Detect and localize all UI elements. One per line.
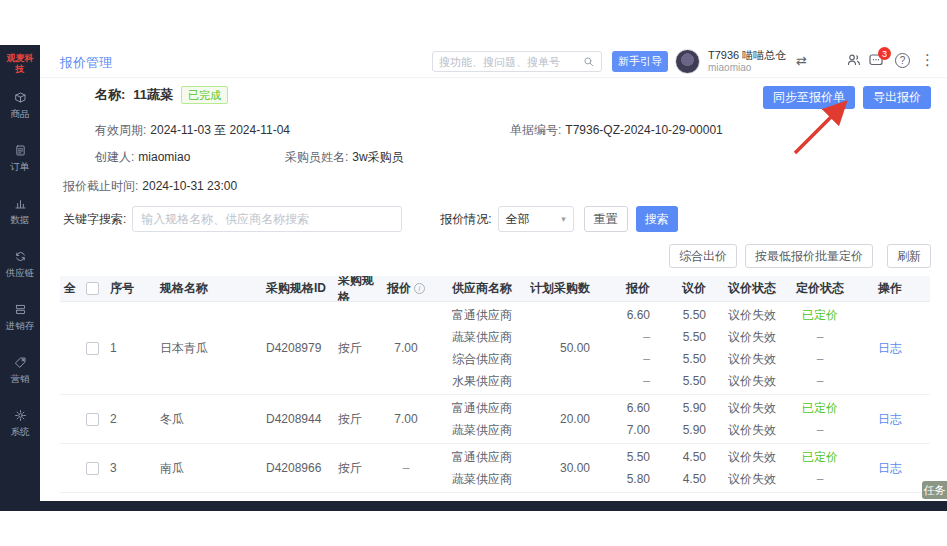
- supplier-name: 富通供应商: [452, 397, 530, 419]
- th-supplier: 供应商名称: [430, 276, 530, 301]
- th-actions: 操作: [850, 276, 930, 301]
- purchase-spec: 按斤: [330, 446, 382, 490]
- table-row: 2 冬瓜 D4208944 按斤 7.00 富通供应商 蔬菜供应商 20.00 …: [60, 395, 930, 444]
- th-price: 报价: [606, 276, 658, 301]
- header-actions: 同步至报价单 导出报价: [763, 86, 931, 109]
- sidebar-item-data[interactable]: 数据: [0, 197, 40, 227]
- message-icon[interactable]: 3: [868, 52, 884, 72]
- row-checkbox[interactable]: [86, 342, 99, 355]
- row-index: 1: [104, 304, 146, 392]
- supplier-list: 富通供应商 蔬菜供应商: [430, 446, 530, 490]
- price-status-list: 已定价 –: [790, 397, 850, 441]
- contacts-icon[interactable]: [846, 52, 862, 72]
- quote-value: –: [382, 446, 430, 490]
- table-toolbar: 综合出价 按最低报价批量定价 刷新: [669, 244, 931, 268]
- chevron-down-icon: ▾: [561, 214, 566, 224]
- th-nego-status: 议价状态: [714, 276, 790, 301]
- info-icon[interactable]: i: [414, 283, 425, 294]
- brand-logo: 观麦科技: [3, 53, 37, 75]
- user-name: T7936 喵喵总仓: [708, 49, 786, 61]
- lowest-price-batch-button[interactable]: 按最低报价批量定价: [745, 244, 873, 268]
- quote-table: 全 序号 规格名称 采购规格ID 采购规格 报价 i 供应商名称 计划采购数 报…: [60, 276, 930, 493]
- nego-list: 5.50 5.50 5.50 5.50: [658, 304, 714, 392]
- sidebar-item-goods[interactable]: 商品: [0, 91, 40, 121]
- task-tab[interactable]: 任务: [922, 481, 947, 499]
- spec-name: 日本青瓜: [146, 304, 260, 392]
- field-doc-no: 单据编号:T7936-QZ-2024-10-29-00001: [510, 122, 723, 139]
- main-content: 名称: 11蔬菜 已完成 同步至报价单 导出报价 有效周期:2024-11-03…: [40, 78, 947, 501]
- refresh-button[interactable]: 刷新: [887, 244, 931, 268]
- box-icon: [13, 91, 28, 104]
- row-index: 2: [104, 397, 146, 441]
- log-link[interactable]: 日志: [878, 460, 902, 477]
- export-quote-button[interactable]: 导出报价: [863, 86, 931, 109]
- global-search-input[interactable]: [439, 56, 583, 68]
- switch-account-icon[interactable]: ⇄: [796, 53, 807, 68]
- purchase-spec: 按斤: [330, 397, 382, 441]
- search-button[interactable]: 搜索: [636, 206, 678, 232]
- row-checkbox[interactable]: [86, 462, 99, 475]
- price-status: 已定价: [790, 397, 850, 419]
- bottom-bar: [0, 501, 947, 511]
- name-value: 11蔬菜: [133, 86, 173, 104]
- nego-status-list: 议价失效 议价失效: [714, 446, 790, 490]
- price-status: –: [790, 348, 850, 370]
- supplier-name: 富通供应商: [452, 446, 530, 468]
- plan-qty: 30.00: [530, 446, 606, 490]
- quote-status-label: 报价情况:: [440, 211, 491, 228]
- reset-button[interactable]: 重置: [584, 206, 628, 232]
- avatar[interactable]: [675, 49, 700, 74]
- price-status: 已定价: [790, 446, 850, 468]
- more-icon[interactable]: ⋮: [920, 51, 935, 69]
- inventory-icon: [13, 303, 28, 316]
- price-status: –: [790, 326, 850, 348]
- search-icon[interactable]: [583, 56, 595, 68]
- table-row: 1 日本青瓜 D4208979 按斤 7.00 富通供应商 蔬菜供应商 综合供应…: [60, 302, 930, 395]
- row-checkbox[interactable]: [86, 413, 99, 426]
- app-screen: 观麦科技 商品 订单 数据 供应链 进销存: [0, 0, 947, 546]
- guide-button[interactable]: 新手引导: [612, 51, 668, 72]
- quote-status-select[interactable]: 全部 ▾: [498, 206, 574, 232]
- plan-qty: 50.00: [530, 304, 606, 392]
- th-select-all-label: 全: [60, 276, 80, 301]
- sidebar-item-system[interactable]: 系统: [0, 409, 40, 439]
- sidebar-item-supply-chain[interactable]: 供应链: [0, 250, 40, 280]
- quote-value: 7.00: [382, 304, 430, 392]
- log-link[interactable]: 日志: [878, 340, 902, 357]
- log-link[interactable]: 日志: [878, 411, 902, 428]
- supply-chain-icon: [13, 250, 28, 263]
- field-buyer: 采购员姓名:3w采购员: [285, 149, 404, 166]
- field-creator: 创建人:miaomiao: [95, 149, 190, 166]
- supplier-name: 富通供应商: [452, 304, 530, 326]
- user-info: T7936 喵喵总仓 miaomiao: [708, 49, 786, 74]
- filter-bar: 关键字搜索: 报价情况: 全部 ▾ 重置 搜索: [63, 206, 678, 232]
- sidebar-nav: 商品 订单 数据 供应链 进销存 营销: [0, 91, 40, 439]
- sync-quote-button[interactable]: 同步至报价单: [763, 86, 855, 109]
- field-deadline: 报价截止时间:2024-10-31 23:00: [63, 178, 237, 195]
- select-all-checkbox[interactable]: [86, 282, 99, 295]
- nego-status-list: 议价失效 议价失效: [714, 397, 790, 441]
- price-status: –: [790, 370, 850, 392]
- price-status-list: 已定价 –: [790, 446, 850, 490]
- th-spec-name: 规格名称: [146, 276, 260, 301]
- chart-icon: [13, 197, 28, 210]
- sidebar-item-orders[interactable]: 订单: [0, 144, 40, 174]
- sidebar-item-marketing[interactable]: 营销: [0, 356, 40, 386]
- row-index: 3: [104, 446, 146, 490]
- spec-id: D4208966: [260, 446, 330, 490]
- price-list: 6.60 – – –: [606, 304, 658, 392]
- help-icon[interactable]: ?: [895, 53, 910, 68]
- nego-list: 4.50 4.50: [658, 446, 714, 490]
- user-account: miaomiao: [708, 62, 786, 74]
- table-row: 3 南瓜 D4208966 按斤 – 富通供应商 蔬菜供应商 30.00 5.5…: [60, 444, 930, 493]
- th-spec-id: 采购规格ID: [260, 276, 330, 301]
- combined-price-button[interactable]: 综合出价: [669, 244, 737, 268]
- purchase-spec: 按斤: [330, 304, 382, 392]
- keyword-input[interactable]: [132, 206, 402, 232]
- sidebar-item-inventory[interactable]: 进销存: [0, 303, 40, 333]
- th-nego: 议价: [658, 276, 714, 301]
- supplier-name: 蔬菜供应商: [452, 419, 530, 441]
- spec-id: D4208944: [260, 397, 330, 441]
- keyword-label: 关键字搜索:: [63, 211, 126, 228]
- quote-sheet-title: 名称: 11蔬菜 已完成: [95, 86, 228, 104]
